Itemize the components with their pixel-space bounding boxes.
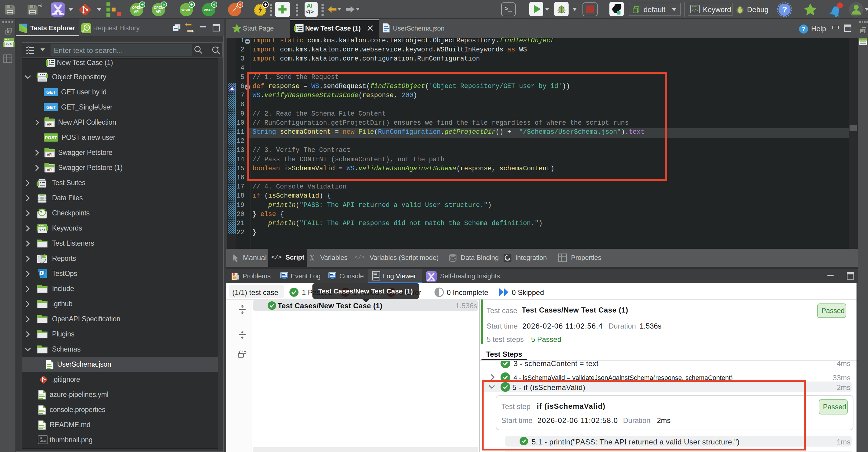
svg-text:T: T	[40, 271, 43, 275]
svg-text:WSDL: WSDL	[182, 8, 191, 12]
svg-text:LOG: LOG	[373, 273, 377, 275]
svg-text:API: API	[47, 168, 52, 172]
svg-text:WSDL: WSDL	[204, 8, 214, 12]
svg-text:HEALING: HEALING	[427, 279, 435, 281]
svg-text:</>: </>	[39, 228, 46, 232]
svg-text:API: API	[47, 153, 52, 156]
svg-text:API: API	[156, 10, 161, 13]
svg-text:API: API	[47, 123, 52, 126]
svg-text:</>: </>	[5, 42, 12, 47]
svg-text:API: API	[134, 10, 140, 13]
svg-text:HEALING: HEALING	[52, 13, 64, 16]
